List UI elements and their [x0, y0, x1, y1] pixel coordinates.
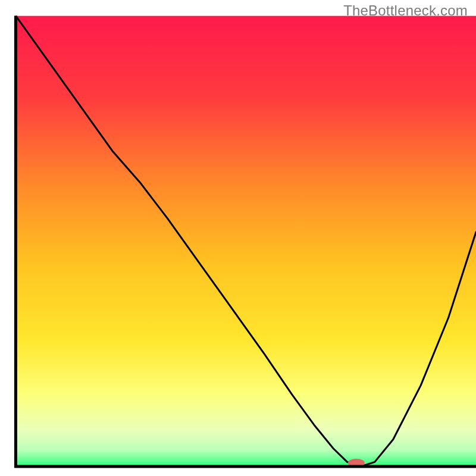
chart-container: TheBottleneck.com: [0, 0, 476, 476]
bottleneck-chart: [0, 0, 476, 476]
gradient-background: [15, 15, 476, 466]
plot-area: [15, 15, 476, 467]
watermark-text: TheBottleneck.com: [343, 2, 468, 19]
